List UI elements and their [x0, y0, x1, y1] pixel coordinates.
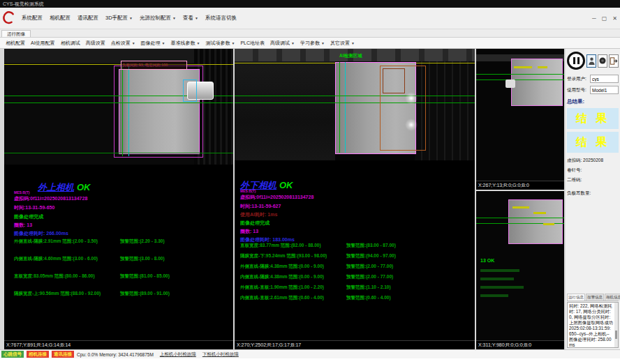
- connector-roi: [183, 79, 197, 102]
- capture-time: 时间:13-31-59-627: [240, 203, 281, 210]
- chevron-down-icon: ▼: [291, 41, 295, 45]
- baseline-horizontal: [476, 218, 564, 218]
- window-controls: ─ ▢ ✕: [592, 8, 617, 29]
- camera-name: 外上相机: [38, 182, 74, 192]
- virtual-code-line: 虚拟码: 20250208: [567, 158, 619, 164]
- ok-status: OK: [279, 180, 293, 190]
- menu-item[interactable]: 系统配置: [18, 15, 46, 22]
- menu-item-label: 相机配置: [50, 15, 71, 22]
- camera-connection-badge: 相机连接: [27, 351, 49, 358]
- toolbar-button-label: 高级设置: [86, 40, 105, 47]
- menu-item[interactable]: 光源控制配置 ▼: [136, 15, 179, 22]
- statusbar: 心跳信号 相机连接 通讯连接 Cpu: 0.0% Memory: 3424.41…: [0, 349, 620, 358]
- negative-tab-count-label: 负极耳数量:: [567, 190, 619, 197]
- led-glow: [405, 92, 418, 105]
- log-textarea[interactable]: 耗时: 222, 网络检测耗时: 17, 网络分类耗时: 0, 网络提取分区耗时…: [567, 302, 619, 348]
- menu-item[interactable]: 系统语言切换: [202, 15, 240, 22]
- toolbar-button-label: AI使用配置: [31, 40, 55, 47]
- toolbar-button[interactable]: PLC地址表: [237, 40, 267, 47]
- measurement-row: 外侧直线-直板:1.90mm 范围:(1.00 - 2.20) 预警范围:(1.…: [240, 285, 473, 290]
- ai-roi-inner: [383, 68, 405, 93]
- value-label: [538, 66, 547, 68]
- tab-run-image[interactable]: 运行图像: [1, 30, 31, 37]
- result-text-line: [480, 278, 514, 280]
- toolbar-button[interactable]: 其它设置 ▼: [327, 40, 357, 47]
- camera-image-left[interactable]: 负极间距:93, 电芯间距:100: [4, 49, 233, 165]
- tab-alarm-info[interactable]: 报警信息: [586, 294, 604, 301]
- app-window: CYS-视觉检测系统 系统配置 相机配置 通讯配置: [0, 0, 620, 364]
- heartbeat-badge: 心跳信号: [1, 351, 24, 358]
- toolbar-button[interactable]: 基准线参数 ▼: [168, 40, 203, 47]
- measurement-row: 隔膜宽度-下:95.24mm 范围:(93.00 - 98.00) 预警范围:(…: [240, 253, 473, 259]
- thumb-result-text: 13 OK: [480, 258, 494, 263]
- warning-range: 预警范围:(2.00 - 77.00): [346, 274, 393, 280]
- minimize-icon[interactable]: ─: [592, 15, 596, 22]
- lower-camera-hourcheck-link[interactable]: 下相机小时检故障: [202, 351, 239, 358]
- toolbar-button[interactable]: 高级调试 ▼: [267, 40, 297, 47]
- toolbar-button-label: PLC地址表: [240, 40, 265, 47]
- pause-button[interactable]: [567, 52, 585, 70]
- warning-range: 预警范围:(89.00 - 91.00): [120, 291, 170, 297]
- virtual-code: 虚拟码:0f11i=2025020813134728: [240, 194, 313, 201]
- camera-image-mid[interactable]: AI检测区域: [235, 49, 475, 160]
- thumbnail-image-bottom[interactable]: 13 OK: [476, 191, 564, 340]
- close-icon[interactable]: ✕: [612, 15, 617, 22]
- value-label: [514, 66, 532, 68]
- result-badge-lower: 结 果: [567, 132, 619, 153]
- baseline-horizontal: [4, 153, 233, 153]
- upper-camera-hourcheck-link[interactable]: 上相机小时检故障: [160, 351, 196, 358]
- warning-range: 预警范围:(1.10 - 2.10): [346, 285, 391, 291]
- toolbar-button[interactable]: 学习参数 ▼: [297, 40, 327, 47]
- tab-camera-info[interactable]: 相机信息: [605, 294, 620, 301]
- chevron-down-icon: ▼: [197, 41, 200, 45]
- toolbar-button[interactable]: 点检设置 ▼: [108, 40, 138, 47]
- measurement-row: 直板宽度:83.77mm 范围:(82.00 - 88.00) 预警范围:(83…: [240, 243, 473, 248]
- pixel-coords-thumb-top: X:267;Y:13;R:0;G:0;B:0: [476, 181, 564, 190]
- toolbar-button-label: 其它设置: [330, 40, 350, 47]
- thumbnail-column: X:267;Y:13;R:0;G:0;B:0 13 OK X:311;Y:98: [476, 49, 564, 349]
- toolbar-button[interactable]: AI使用配置: [28, 40, 58, 47]
- log-scrollbar-thumb[interactable]: [615, 331, 617, 339]
- tab-run-info[interactable]: 运行信息: [567, 294, 585, 301]
- measurement-list: 外侧直线-隔膜:2.91mm 范围:(2.00 - 3.50) 预警范围:(2.…: [14, 238, 232, 308]
- camera-result-title: 外上相机OK: [38, 181, 91, 194]
- menu-item[interactable]: 通讯配置: [74, 15, 102, 22]
- bottom-filler: [0, 358, 620, 364]
- warning-range: 预警范围:(2.20 - 3.30): [120, 238, 165, 245]
- menu-item-label: 3D手配置: [105, 15, 128, 22]
- warning-range: 预警范围:(94.00 - 97.00): [346, 253, 396, 259]
- lock-button[interactable]: [598, 54, 607, 68]
- toolbar-button-label: 学习参数: [300, 40, 320, 47]
- camera-view-mid: AI检测区域 外下相机OK MES:B(T) 虚拟码:0f11i=2025020…: [235, 49, 475, 349]
- toolbar-button-label: 测试项参数: [205, 40, 230, 47]
- menu-items: 系统配置 相机配置 通讯配置 3D手配置 ▼: [18, 15, 240, 22]
- log-scrollbar[interactable]: [614, 303, 618, 347]
- toolbar-button[interactable]: 相机配置: [3, 40, 28, 47]
- thumbnail-image-top[interactable]: [476, 49, 564, 181]
- toolbar-button[interactable]: 相机调试: [58, 40, 83, 47]
- warning-range: 预警范围:(3.00 - 8.00): [120, 256, 165, 262]
- menubar: 系统配置 相机配置 通讯配置 3D手配置 ▼: [0, 8, 620, 29]
- tab-strip: 运行图像: [0, 29, 620, 38]
- toolbar-button[interactable]: 图像处理 ▼: [138, 40, 168, 47]
- menu-item[interactable]: 相机配置: [46, 15, 74, 22]
- login-user-input[interactable]: [590, 75, 619, 83]
- comm-connection-badge: 通讯连接: [52, 351, 74, 358]
- measurement-value: 内侧直线-隔膜:4.60mm 范围:(3.00 - 6.00): [14, 256, 98, 262]
- measurement-value: 内侧直线-直板:2.61mm 范围:(0.60 - 4.00): [240, 295, 324, 301]
- maximize-icon[interactable]: ▢: [602, 15, 607, 22]
- measurement-list: 直板宽度:83.77mm 范围:(82.00 - 88.00) 预警范围:(83…: [240, 243, 473, 305]
- user-button[interactable]: [586, 54, 596, 68]
- toolbar-button-label: 高级调试: [270, 40, 290, 47]
- toolbar-button-label: 基准线参数: [171, 40, 195, 47]
- model-input[interactable]: [590, 86, 619, 94]
- menu-item[interactable]: 3D手配置 ▼: [102, 15, 136, 22]
- menu-item[interactable]: 查看 ▼: [179, 15, 202, 22]
- exit-button[interactable]: [609, 54, 619, 68]
- toolbar-button[interactable]: 测试项参数 ▼: [202, 40, 237, 47]
- chevron-down-icon: ▼: [195, 16, 198, 20]
- mes-flag: MES:B(T): [14, 190, 30, 195]
- toolbar-button[interactable]: 高级设置: [83, 40, 108, 47]
- lock-icon: [598, 56, 607, 65]
- model-field: 使用型号:: [567, 86, 619, 94]
